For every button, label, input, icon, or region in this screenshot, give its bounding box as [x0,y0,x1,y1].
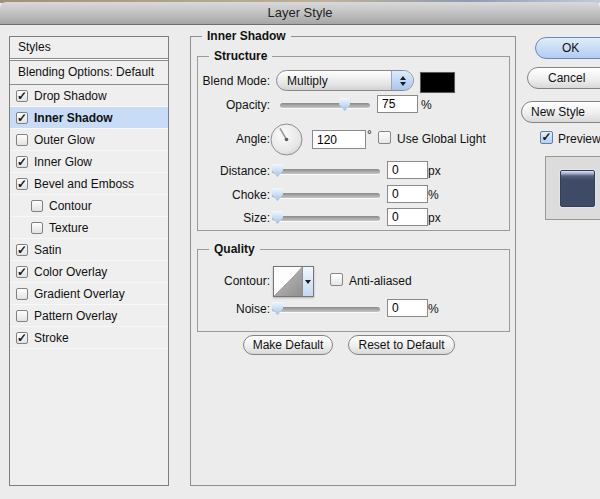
shadow-color-swatch[interactable] [420,72,455,93]
distance-row: Distance: px [198,161,509,181]
noise-row: Noise: % [198,299,509,319]
opacity-unit: % [421,98,432,112]
noise-input[interactable] [387,299,428,317]
styles-header: Styles [10,37,168,58]
contour-dropdown-arrow-icon [302,267,313,296]
dialog-title: Layer Style [267,5,332,20]
opacity-slider-thumb[interactable] [339,98,350,111]
style-enable-checkbox[interactable] [31,222,43,234]
noise-unit: % [428,302,439,316]
sidebar-item-label: Drop Shadow [34,89,107,103]
contour-picker[interactable] [273,266,314,297]
blend-mode-value: Multiply [277,74,391,88]
size-row: Size: px [198,208,509,228]
noise-label: Noise: [198,302,270,316]
use-global-light-checkbox[interactable] [378,131,391,144]
opacity-label: Opacity: [198,98,270,112]
sidebar-item-blending-options[interactable]: Blending Options: Default [10,61,168,85]
size-slider-track[interactable] [272,216,380,221]
sidebar-item-color-overlay[interactable]: ✓Color Overlay [10,261,168,283]
angle-input[interactable] [312,130,366,149]
sidebar-item-bevel-and-emboss[interactable]: ✓Bevel and Emboss [10,173,168,195]
style-enable-checkbox[interactable] [31,200,43,212]
style-enable-checkbox[interactable] [16,310,28,322]
sidebar-item-drop-shadow[interactable]: ✓Drop Shadow [10,85,168,107]
sidebar-item-label: Inner Shadow [34,111,113,125]
size-slider-thumb[interactable] [272,211,283,224]
size-input[interactable] [387,208,428,226]
distance-slider-thumb[interactable] [272,164,283,177]
sidebar-item-contour[interactable]: Contour [10,195,168,217]
new-style-button[interactable]: New Style [521,101,600,123]
sidebar-item-outer-glow[interactable]: Outer Glow [10,129,168,151]
sidebar-item-label: Gradient Overlay [34,287,125,301]
choke-unit: % [428,188,439,202]
contour-row: Contour: Anti-aliased [198,264,509,298]
angle-dial[interactable] [270,123,303,159]
choke-row: Choke: % [198,185,509,205]
style-enable-checkbox[interactable]: ✓ [16,156,28,168]
sidebar-item-pattern-overlay[interactable]: Pattern Overlay [10,305,168,327]
blend-mode-row: Blend Mode: Multiply [198,69,509,91]
angle-row: Angle: ° Use G [198,121,509,157]
style-enable-checkbox[interactable]: ✓ [16,244,28,256]
size-unit: px [428,211,441,225]
choke-input[interactable] [387,185,428,203]
distance-slider-track[interactable] [272,169,380,174]
inner-shadow-panel: Inner Shadow Structure Blend Mode: Multi… [190,36,516,486]
style-enable-checkbox[interactable]: ✓ [16,112,28,124]
opacity-input[interactable] [377,95,418,113]
sidebar-item-label: Texture [49,221,88,235]
anti-aliased-checkbox[interactable] [330,273,343,286]
preview-checkbox[interactable]: ✓ [540,131,553,144]
distance-slider [272,164,380,178]
distance-unit: px [428,164,441,178]
contour-label: Contour: [198,274,270,288]
noise-slider-track[interactable] [272,307,380,312]
distance-label: Distance: [198,164,270,178]
dialog-titlebar[interactable]: Layer Style [0,2,600,25]
size-label: Size: [198,211,270,225]
angle-unit: ° [367,128,372,142]
use-global-light-label: Use Global Light [397,132,486,146]
angle-label: Angle: [198,132,270,146]
style-enable-checkbox[interactable] [16,288,28,300]
sidebar-item-label: Satin [34,243,61,257]
blend-mode-dropdown[interactable]: Multiply [276,70,414,91]
sidebar-item-satin[interactable]: ✓Satin [10,239,168,261]
sidebar-item-inner-shadow[interactable]: ✓Inner Shadow [10,107,168,129]
sidebar-item-texture[interactable]: Texture [10,217,168,239]
opacity-slider [280,98,370,112]
style-enable-checkbox[interactable]: ✓ [16,332,28,344]
quality-group: Quality Contour: Anti-aliased Noise: [197,249,510,332]
cancel-button[interactable]: Cancel [527,67,600,89]
style-enable-checkbox[interactable] [16,134,28,146]
noise-slider [272,302,380,316]
noise-slider-thumb[interactable] [272,302,283,315]
size-slider [272,211,380,225]
sidebar-item-label: Inner Glow [34,155,92,169]
style-enable-checkbox[interactable]: ✓ [16,266,28,278]
distance-input[interactable] [387,161,428,179]
opacity-slider-track[interactable] [280,103,370,108]
choke-slider [272,188,380,202]
ok-button[interactable]: OK [535,37,600,59]
choke-slider-track[interactable] [272,193,380,198]
style-preview-swatch [560,170,595,207]
reset-to-default-button[interactable]: Reset to Default [348,335,455,355]
style-enable-checkbox[interactable]: ✓ [16,90,28,102]
styles-list: ✓Drop Shadow✓Inner ShadowOuter Glow✓Inne… [10,85,168,349]
sidebar-item-label: Color Overlay [34,265,107,279]
layer-style-dialog: Layer Style Styles Blending Options: Def… [0,0,600,499]
make-default-button[interactable]: Make Default [243,335,333,355]
sidebar-item-label: Pattern Overlay [34,309,117,323]
structure-group: Structure Blend Mode: Multiply Opacity: [197,56,510,231]
style-enable-checkbox[interactable]: ✓ [16,178,28,190]
styles-sidebar: Styles Blending Options: Default ✓Drop S… [9,36,169,486]
structure-group-title: Structure [209,49,272,63]
sidebar-item-inner-glow[interactable]: ✓Inner Glow [10,151,168,173]
sidebar-item-gradient-overlay[interactable]: Gradient Overlay [10,283,168,305]
choke-slider-thumb[interactable] [272,188,283,201]
sidebar-item-stroke[interactable]: ✓Stroke [10,327,168,349]
style-preview-box [545,156,600,220]
